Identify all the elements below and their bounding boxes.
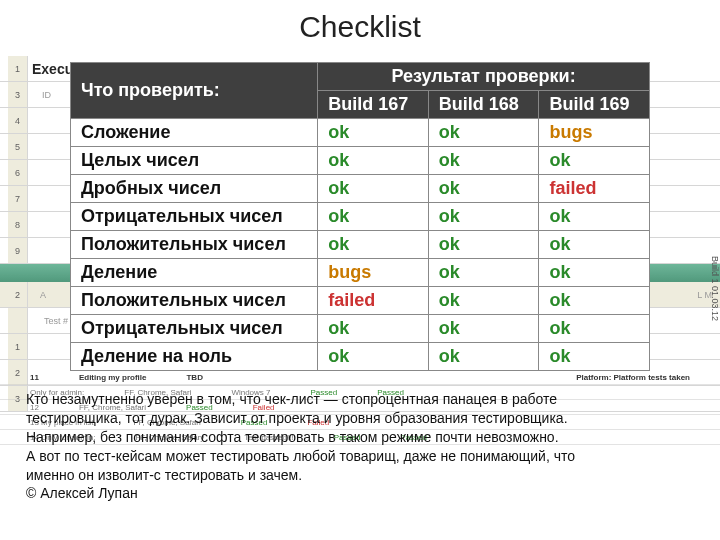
col-result: Результат проверки:: [318, 63, 650, 91]
result-cell: ok: [428, 315, 539, 343]
result-cell: ok: [318, 203, 429, 231]
commentary-paragraph: Кто незамутненно уверен в том, что чек-л…: [26, 390, 694, 503]
page-title: Checklist: [0, 0, 720, 58]
row-label: Положительных чисел: [71, 231, 318, 259]
row-label: Отрицательных чисел: [71, 203, 318, 231]
result-cell: bugs: [318, 259, 429, 287]
result-cell: ok: [539, 259, 650, 287]
table-row: Отрицательных чиселokokok: [71, 203, 650, 231]
result-cell: ok: [539, 231, 650, 259]
table-row: Положительных чиселokokok: [71, 231, 650, 259]
table-row: Делениеbugsokok: [71, 259, 650, 287]
table-row: Сложениеokokbugs: [71, 119, 650, 147]
result-cell: ok: [428, 259, 539, 287]
table-row: Отрицательных чиселokokok: [71, 315, 650, 343]
result-cell: failed: [318, 287, 429, 315]
row-label: Отрицательных чисел: [71, 315, 318, 343]
result-cell: ok: [318, 175, 429, 203]
col-build-2: Build 169: [539, 91, 650, 119]
col-check: Что проверить:: [71, 63, 318, 119]
table-row: Деление на нольokokok: [71, 343, 650, 371]
result-cell: ok: [539, 287, 650, 315]
result-cell: ok: [318, 231, 429, 259]
col-build-1: Build 168: [428, 91, 539, 119]
result-cell: ok: [539, 147, 650, 175]
checklist-table: Что проверить: Результат проверки: Build…: [70, 62, 650, 371]
result-cell: ok: [539, 203, 650, 231]
row-label: Дробных чисел: [71, 175, 318, 203]
result-cell: ok: [428, 343, 539, 371]
row-label: Сложение: [71, 119, 318, 147]
result-cell: ok: [428, 287, 539, 315]
table-row: Положительных чиселfailedokok: [71, 287, 650, 315]
result-cell: ok: [539, 315, 650, 343]
result-cell: ok: [539, 343, 650, 371]
result-cell: ok: [428, 231, 539, 259]
result-cell: ok: [318, 147, 429, 175]
result-cell: ok: [318, 315, 429, 343]
result-cell: ok: [428, 203, 539, 231]
table-row: Целых чиселokokok: [71, 147, 650, 175]
row-label: Положительных чисел: [71, 287, 318, 315]
result-cell: ok: [318, 119, 429, 147]
result-cell: ok: [428, 119, 539, 147]
row-label: Деление: [71, 259, 318, 287]
result-cell: ok: [318, 343, 429, 371]
result-cell: bugs: [539, 119, 650, 147]
author: © Алексей Лупан: [26, 485, 138, 501]
table-row: Дробных чиселokokfailed: [71, 175, 650, 203]
row-label: Деление на ноль: [71, 343, 318, 371]
row-label: Целых чисел: [71, 147, 318, 175]
result-cell: ok: [428, 147, 539, 175]
result-cell: failed: [539, 175, 650, 203]
result-cell: ok: [428, 175, 539, 203]
col-build-0: Build 167: [318, 91, 429, 119]
